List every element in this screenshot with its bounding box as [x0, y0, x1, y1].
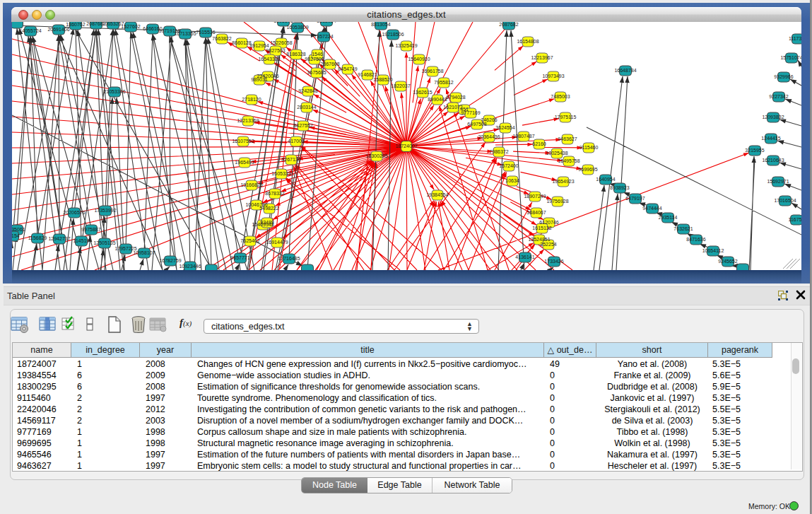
svg-text:9245652: 9245652: [718, 259, 737, 264]
svg-text:6120746: 6120746: [539, 220, 558, 225]
svg-text:6479197: 6479197: [625, 196, 645, 201]
svg-text:1156829: 1156829: [28, 235, 47, 240]
svg-text:8813054: 8813054: [371, 22, 390, 27]
svg-text:9777169: 9777169: [461, 110, 480, 115]
svg-text:19166825: 19166825: [240, 182, 262, 187]
svg-text:20206576: 20206576: [63, 210, 85, 215]
svg-text:8938923: 8938923: [610, 185, 629, 190]
svg-text:20364436: 20364436: [478, 134, 500, 139]
svg-text:1860762: 1860762: [66, 22, 85, 27]
svg-text:16107552: 16107552: [232, 139, 254, 144]
svg-text:10958107: 10958107: [133, 250, 155, 255]
svg-text:16914479: 16914479: [266, 240, 288, 245]
svg-text:62160: 62160: [532, 141, 546, 146]
svg-text:15640910: 15640910: [408, 57, 430, 62]
svg-text:7663822: 7663822: [212, 36, 231, 41]
svg-text:8267130: 8267130: [281, 157, 300, 162]
svg-text:1822037: 1822037: [391, 83, 410, 88]
svg-text:9227342: 9227342: [769, 94, 788, 99]
svg-text:3215955: 3215955: [745, 148, 764, 153]
svg-text:114519: 114519: [73, 238, 90, 243]
svg-text:2087682: 2087682: [499, 22, 518, 27]
svg-text:8678332: 8678332: [265, 191, 284, 196]
svg-text:2803144: 2803144: [297, 105, 316, 110]
svg-text:17353992: 17353992: [94, 208, 116, 213]
svg-text:16543382: 16543382: [258, 57, 280, 62]
svg-text:1117352: 1117352: [789, 36, 801, 41]
svg-text:1640954: 1640954: [596, 177, 615, 182]
svg-text:8454749: 8454749: [338, 66, 357, 71]
svg-text:16053809: 16053809: [286, 25, 308, 30]
svg-text:13716485: 13716485: [278, 256, 300, 261]
svg-text:20691406: 20691406: [47, 27, 69, 32]
svg-text:8660128: 8660128: [232, 40, 251, 45]
svg-text:19218506: 19218506: [382, 32, 404, 37]
svg-text:9474444: 9474444: [642, 206, 661, 211]
svg-text:7515536: 7515536: [196, 30, 215, 35]
svg-text:835061: 835061: [12, 227, 25, 232]
svg-text:19384554: 19384554: [426, 192, 448, 197]
svg-text:39154: 39154: [12, 233, 20, 238]
svg-text:13325419: 13325419: [395, 43, 417, 48]
svg-text:9329966: 9329966: [774, 74, 793, 79]
svg-text:93489: 93489: [260, 220, 274, 225]
svg-text:1733426: 1733426: [544, 259, 563, 264]
svg-text:9975887: 9975887: [81, 227, 100, 232]
svg-text:10025438: 10025438: [546, 151, 567, 156]
svg-text:9463627: 9463627: [558, 136, 577, 141]
svg-text:15692971: 15692971: [767, 179, 789, 184]
svg-text:9827503: 9827503: [266, 48, 285, 53]
svg-text:2867608: 2867608: [320, 62, 339, 66]
svg-text:5498222: 5498222: [259, 206, 278, 211]
svg-text:8186328: 8186328: [286, 52, 305, 57]
svg-text:4136141: 4136141: [515, 255, 534, 259]
svg-text:7955812: 7955812: [434, 80, 453, 85]
svg-text:1615132: 1615132: [532, 226, 551, 230]
svg-text:1244415: 1244415: [761, 136, 780, 141]
svg-text:3684067: 3684067: [526, 210, 546, 215]
svg-text:8427552: 8427552: [293, 123, 312, 128]
svg-text:8990448: 8990448: [428, 97, 447, 102]
svg-text:18907249: 18907249: [524, 194, 546, 199]
svg-text:3624554: 3624554: [495, 125, 514, 130]
svg-text:18724007: 18724007: [395, 144, 417, 148]
svg-text:7357224: 7357224: [314, 34, 333, 39]
svg-text:989031: 989031: [251, 77, 267, 82]
svg-text:10654112: 10654112: [702, 248, 724, 253]
svg-text:16648784: 16648784: [614, 68, 636, 73]
svg-text:9115460: 9115460: [579, 145, 599, 150]
svg-text:3675685: 3675685: [307, 70, 326, 75]
svg-text:7485003: 7485003: [551, 94, 570, 99]
svg-text:12213967: 12213967: [531, 55, 553, 60]
svg-text:8813054: 8813054: [317, 22, 336, 23]
svg-text:1965493: 1965493: [235, 160, 254, 165]
svg-text:7625402: 7625402: [240, 238, 259, 243]
svg-text:10807487: 10807487: [512, 134, 534, 139]
svg-text:12942737: 12942737: [48, 236, 70, 241]
svg-text:12505135: 12505135: [93, 240, 115, 245]
svg-text:16495758: 16495758: [558, 158, 579, 163]
svg-text:16713355: 16713355: [174, 31, 196, 36]
svg-text:1572400: 1572400: [499, 163, 518, 168]
svg-text:21053346: 21053346: [103, 89, 125, 94]
svg-text:417006: 417006: [288, 139, 304, 144]
svg-text:116753: 116753: [789, 217, 801, 222]
svg-text:1805373: 1805373: [273, 22, 293, 23]
svg-text:16154808: 16154808: [517, 39, 539, 44]
svg-text:9146821: 9146821: [358, 72, 377, 77]
svg-text:2718120: 2718120: [242, 97, 261, 102]
svg-text:2935114: 2935114: [659, 215, 678, 220]
svg-text:1605333: 1605333: [271, 171, 290, 176]
svg-text:10923446: 10923446: [179, 264, 201, 269]
svg-text:14055724: 14055724: [19, 28, 41, 33]
svg-text:8471636: 8471636: [686, 237, 705, 242]
svg-text:19756928: 19756928: [546, 199, 568, 204]
svg-text:18300295: 18300295: [365, 153, 387, 158]
svg-text:10634: 10634: [505, 178, 519, 183]
svg-text:1527602: 1527602: [121, 24, 140, 29]
svg-text:16782759: 16782759: [159, 258, 181, 263]
svg-text:15226058: 15226058: [270, 40, 292, 45]
svg-text:7632621: 7632621: [673, 226, 693, 231]
svg-text:1588520: 1588520: [373, 77, 392, 82]
svg-text:17975115: 17975115: [555, 115, 577, 119]
